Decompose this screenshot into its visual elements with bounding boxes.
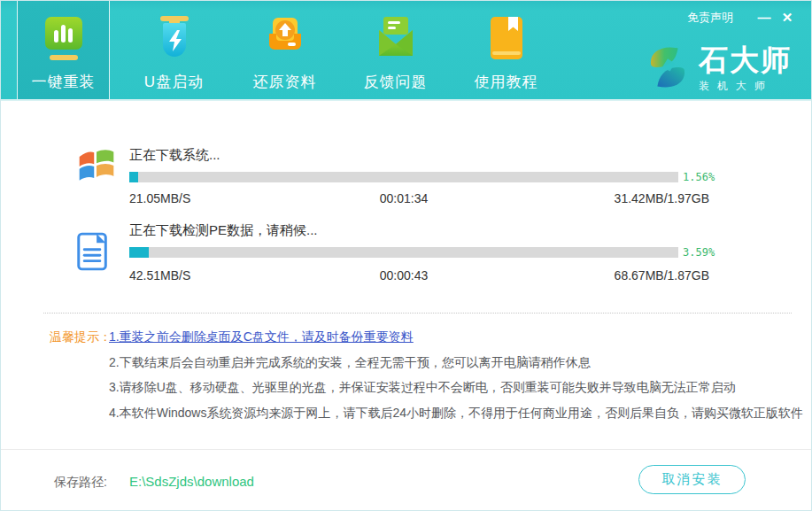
tab-usb-boot[interactable]: U盘启动 — [128, 1, 220, 99]
download-size: 31.42MB/1.97GB — [615, 191, 709, 205]
header: 一键重装 U盘启动 — [1, 1, 811, 101]
tab-label: U盘启动 — [144, 72, 204, 92]
feedback-icon — [373, 15, 419, 65]
brand-logo: 石大师 装机大师 — [646, 42, 792, 97]
progress-bar — [129, 172, 678, 182]
progress-bar — [129, 247, 678, 258]
book-icon — [483, 15, 530, 65]
tab-restore-data[interactable]: 还原资料 — [238, 1, 331, 99]
chart-icon — [41, 15, 87, 65]
download-time-remaining: 00:01:34 — [129, 191, 678, 205]
main-content: 正在下载系统... 1.56% 21.05MB/S 00:01:34 31.42… — [1, 103, 811, 451]
document-icon — [76, 232, 109, 275]
windows-logo-icon — [76, 145, 117, 191]
brand-swirl-icon — [646, 42, 690, 97]
progress-percent: 3.59% — [683, 246, 715, 259]
tip-line-auto-restart: 2.下载结束后会自动重启并完成系统的安装，全程无需干预，您可以离开电脑请稍作休息 — [109, 355, 785, 381]
usb-icon — [151, 15, 197, 65]
footer: 保存路径: E:\SdsZjds\download 取消安装 — [1, 449, 811, 510]
tab-label: 一键重装 — [32, 72, 96, 92]
tab-label: 还原资料 — [253, 72, 317, 92]
tips-list: 1.重装之前会删除桌面及C盘文件，请及时备份重要资料 2.下载结束后会自动重启并… — [109, 329, 785, 430]
disclaimer-link[interactable]: 免责声明 — [687, 10, 733, 26]
divider — [43, 313, 792, 314]
progress-fill — [129, 172, 138, 182]
download-title: 正在下载系统... — [129, 147, 220, 164]
tab-label: 反馈问题 — [364, 72, 428, 92]
brand-subtitle: 装机大师 — [699, 79, 792, 94]
app-window: 一键重装 U盘启动 — [0, 0, 812, 511]
download-title: 正在下载检测PE数据，请稍候... — [129, 222, 318, 239]
tips-label: 温馨提示： — [50, 329, 112, 345]
download-time-remaining: 00:00:43 — [129, 268, 678, 283]
tab-label: 使用教程 — [475, 72, 538, 92]
save-path-value[interactable]: E:\SdsZjds\download — [129, 474, 254, 489]
save-path-label: 保存路径: — [54, 475, 107, 491]
tab-feedback[interactable]: 反馈问题 — [349, 1, 442, 99]
close-button[interactable]: ✕ — [776, 10, 799, 26]
tab-one-key-reinstall[interactable]: 一键重装 — [17, 1, 110, 99]
download-size: 68.67MB/1.87GB — [615, 268, 709, 283]
tip-line-backup-warning: 1.重装之前会删除桌面及C盘文件，请及时备份重要资料 — [109, 329, 785, 355]
progress-percent: 1.56% — [683, 171, 715, 183]
progress-fill — [129, 247, 149, 258]
window-controls: 免责声明 — ✕ — [687, 10, 799, 26]
brand-name: 石大师 — [699, 45, 792, 75]
restore-icon — [262, 15, 308, 65]
tab-tutorial[interactable]: 使用教程 — [460, 1, 553, 99]
cancel-install-button[interactable]: 取消安装 — [638, 465, 746, 494]
tip-line-remove-usb: 3.请移除U盘、移动硬盘、光驱里的光盘，并保证安装过程中不会断电，否则重装可能失… — [109, 380, 785, 406]
nav-tabs: 一键重装 U盘启动 — [17, 1, 570, 99]
tip-line-license: 4.本软件Windows系统资源均来源于网上，请下载后24小时删除，不得用于任何… — [109, 406, 785, 431]
minimize-button[interactable]: — — [753, 10, 776, 26]
